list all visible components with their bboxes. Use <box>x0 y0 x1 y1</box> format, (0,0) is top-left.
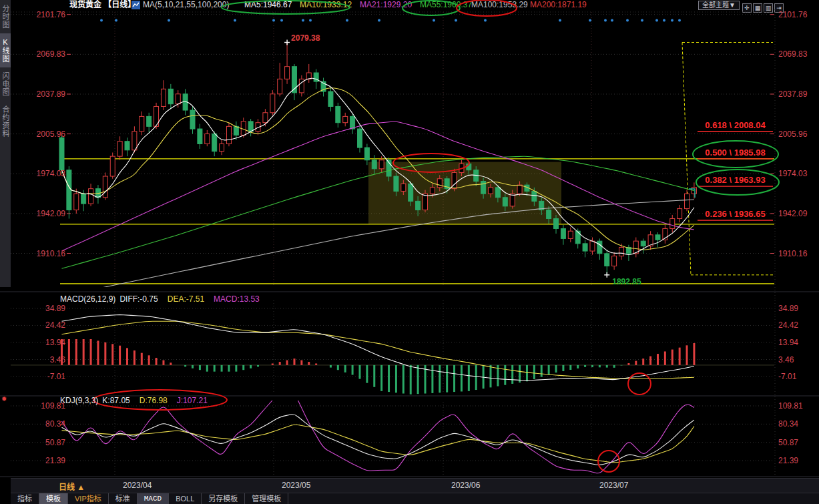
kdj-k-value: K:87.05 <box>102 396 129 405</box>
event-dot <box>168 19 170 22</box>
tab-VIP指标[interactable]: VIP指标 <box>68 493 109 504</box>
tab-MACD[interactable]: MACD <box>138 493 169 504</box>
tab-管理模板[interactable]: 管理模板 <box>245 493 288 504</box>
event-dot <box>655 19 658 22</box>
event-dot <box>115 19 117 22</box>
macd-name[interactable]: MACD(26,12,9) <box>60 294 115 304</box>
event-dot <box>559 19 561 22</box>
event-dot <box>671 19 673 22</box>
circle-ma100 <box>457 0 517 16</box>
kdj-j-value: J:107.21 <box>177 396 208 405</box>
event-dot <box>272 19 275 22</box>
macd-header: MACD(26,12,9)DIFF:-0.75DEA:-7.51MACD:13.… <box>60 294 269 304</box>
event-dot <box>309 19 312 22</box>
kdj-name[interactable]: KDJ(9,3,3) <box>60 396 98 405</box>
chart-canvas[interactable] <box>0 0 819 504</box>
event-dot <box>234 19 236 22</box>
tab-指标[interactable]: 指标 <box>11 493 39 504</box>
event-dot <box>641 19 643 22</box>
event-dot <box>100 19 103 22</box>
event-dot <box>678 19 681 22</box>
macd-macd-value: MACD:13.53 <box>214 294 260 304</box>
tab-BOLL[interactable]: BOLL <box>169 493 202 504</box>
tab-标准[interactable]: 标准 <box>109 493 138 504</box>
kdj-d-value: D:76.98 <box>140 396 168 405</box>
date-label-2023-05: 2023/05 <box>282 481 310 490</box>
tab-另存模板[interactable]: 另存模板 <box>202 493 245 504</box>
event-dot <box>280 19 283 22</box>
date-axis-row: 日线 ▲ 2023/042023/052023/062023/07 <box>11 478 819 493</box>
indicator-pin-icon[interactable]: ✹ <box>1 395 7 403</box>
event-dot <box>611 19 613 22</box>
event-dot <box>589 19 591 22</box>
macd-diff-value: DIFF:-0.75 <box>119 294 158 304</box>
circle-fib-500 <box>693 141 778 168</box>
event-dot <box>663 19 665 22</box>
macd-dea-value: DEA:-7.51 <box>168 294 204 304</box>
event-dot <box>378 19 380 22</box>
circle-fib-382 <box>696 170 779 195</box>
event-dot <box>626 19 629 22</box>
date-label-2023-07: 2023/07 <box>599 481 628 490</box>
date-label-2023-06: 2023/06 <box>451 481 480 490</box>
indicator-tab-bar: 指标模板VIP指标标准MACDBOLL另存模板管理模板 <box>11 493 819 504</box>
event-dot <box>433 19 435 22</box>
event-dot <box>346 19 348 22</box>
event-dot <box>604 19 607 22</box>
period-selector[interactable]: 日线 ▲ <box>59 481 85 492</box>
tab-模板[interactable]: 模板 <box>39 493 68 504</box>
date-label-2023-04: 2023/04 <box>123 481 152 490</box>
trading-app-window: 分时图K线图闪电图合约资料 现货黄金 【日线】 MA(5,10,21,55,10… <box>0 0 819 504</box>
event-dot <box>455 19 457 22</box>
event-dot <box>302 19 304 22</box>
event-dot <box>484 19 487 22</box>
kdj-header: KDJ(9,3,3)K:87.05D:76.98J:107.21 <box>60 396 217 405</box>
circle-ma55 <box>402 1 460 15</box>
